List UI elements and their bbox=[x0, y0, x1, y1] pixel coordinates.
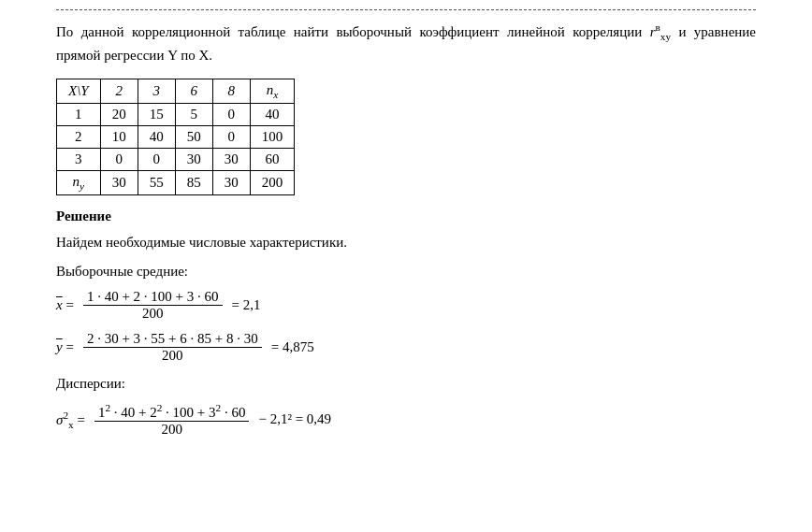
table-cell-3-1: 0 bbox=[100, 149, 138, 171]
table-cell-1-1: 20 bbox=[100, 104, 138, 126]
sigma-result: − 2,1² = 0,49 bbox=[258, 411, 331, 427]
y-bar-formula: y = 2 · 30 + 3 · 55 + 6 · 85 + 8 · 30 20… bbox=[56, 331, 756, 364]
correlation-table-container: X\Y 2 3 6 8 nx 1 20 15 5 0 40 2 10 40 50… bbox=[56, 79, 756, 195]
table-cell-footer-4: 30 bbox=[212, 171, 250, 195]
table-cell-footer-ny: ny bbox=[57, 171, 101, 195]
table-cell-header-8: 8 bbox=[212, 79, 250, 104]
solution-text1: Найдем необходимые числовые характеристи… bbox=[56, 232, 756, 253]
table-header-row: X\Y 2 3 6 8 nx bbox=[57, 79, 295, 104]
y-bar-result: = 4,875 bbox=[271, 339, 314, 355]
x-bar-label: x = bbox=[56, 297, 74, 313]
x-bar-fraction: 1 · 40 + 2 · 100 + 3 · 60 200 bbox=[83, 289, 223, 322]
y-bar-fraction: 2 · 30 + 3 · 55 + 6 · 85 + 8 · 30 200 bbox=[83, 331, 262, 364]
table-cell-3-3: 30 bbox=[175, 149, 212, 171]
solution-text3: Дисперсии: bbox=[56, 373, 756, 395]
sigma-label: σ2x = bbox=[56, 410, 85, 430]
table-cell-2-2: 40 bbox=[138, 126, 175, 149]
sigma-formula: σ2x = 12 · 40 + 22 · 100 + 32 · 60 200 −… bbox=[56, 402, 756, 438]
x-bar-denominator: 200 bbox=[138, 306, 167, 322]
x-bar-result: = 2,1 bbox=[232, 297, 261, 313]
table-cell-header-6: 6 bbox=[175, 79, 212, 104]
table-cell-2-3: 50 bbox=[175, 126, 212, 149]
x-bar-numerator: 1 · 40 + 2 · 100 + 3 · 60 bbox=[83, 289, 223, 306]
table-cell-2-4: 0 bbox=[212, 126, 250, 149]
table-cell-footer-5: 200 bbox=[250, 171, 295, 195]
table-cell-3-4: 30 bbox=[212, 149, 250, 171]
table-cell-header-nx: nx bbox=[250, 79, 295, 104]
table-cell-1-0: 1 bbox=[57, 104, 101, 126]
table-cell-1-5: 40 bbox=[250, 104, 295, 126]
table-cell-3-5: 60 bbox=[250, 149, 295, 171]
table-cell-1-3: 5 bbox=[175, 104, 212, 126]
intro-paragraph: По данной корреляционной таблице найти в… bbox=[56, 20, 756, 65]
intro-text2: линейной корреляции bbox=[507, 24, 642, 39]
table-cell-header-2: 2 bbox=[100, 79, 138, 104]
table-cell-2-1: 10 bbox=[100, 126, 138, 149]
y-bar-label: y = bbox=[56, 339, 74, 355]
table-cell-footer-1: 30 bbox=[100, 171, 138, 195]
table-cell-3-2: 0 bbox=[138, 149, 175, 171]
table-cell-footer-3: 85 bbox=[175, 171, 212, 195]
table-cell-2-0: 2 bbox=[57, 126, 101, 149]
y-bar-numerator: 2 · 30 + 3 · 55 + 6 · 85 + 8 · 30 bbox=[83, 331, 262, 348]
table-cell-header-3: 3 bbox=[138, 79, 175, 104]
solution-text2: Выборочные средние: bbox=[56, 261, 756, 282]
sigma-denominator: 200 bbox=[157, 422, 186, 438]
table-cell-3-0: 3 bbox=[57, 149, 101, 171]
table-cell-1-2: 15 bbox=[138, 104, 175, 126]
x-bar-formula: x = 1 · 40 + 2 · 100 + 3 · 60 200 = 2,1 bbox=[56, 289, 756, 322]
table-cell-footer-2: 55 bbox=[138, 171, 175, 195]
table-row-2: 2 10 40 50 0 100 bbox=[57, 126, 295, 149]
table-cell-1-4: 0 bbox=[212, 104, 250, 126]
correlation-table: X\Y 2 3 6 8 nx 1 20 15 5 0 40 2 10 40 50… bbox=[56, 79, 295, 195]
table-row-3: 3 0 0 30 30 60 bbox=[57, 149, 295, 171]
formula-inline: rвxy bbox=[650, 24, 679, 39]
table-footer-row: ny 30 55 85 30 200 bbox=[57, 171, 295, 195]
y-bar-denominator: 200 bbox=[158, 348, 187, 364]
solution-label: Решение bbox=[56, 208, 756, 224]
table-cell-2-5: 100 bbox=[250, 126, 295, 149]
divider bbox=[56, 9, 756, 10]
intro-text1: По данной корреляционной таблице найти в… bbox=[56, 24, 500, 39]
table-row-1: 1 20 15 5 0 40 bbox=[57, 104, 295, 126]
table-cell-header-xy: X\Y bbox=[57, 79, 101, 104]
sigma-numerator: 12 · 40 + 22 · 100 + 32 · 60 bbox=[94, 402, 250, 422]
sigma-fraction: 12 · 40 + 22 · 100 + 32 · 60 200 bbox=[94, 402, 250, 438]
